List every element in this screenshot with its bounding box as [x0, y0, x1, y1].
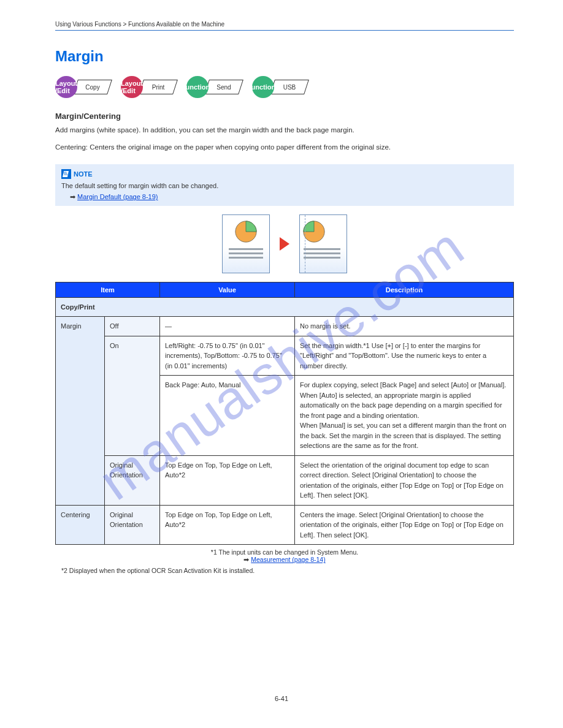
cell-sub: Off: [105, 317, 160, 336]
cell-sub: On: [105, 336, 160, 455]
section-title: Margin: [55, 48, 514, 65]
sub-heading: Margin/Centering: [55, 112, 514, 121]
footnote-1: *1 The input units can be changed in Sys…: [55, 548, 514, 563]
cell-value: —: [160, 317, 295, 336]
cell-value: Left/Right: -0.75 to 0.75" (in 0.01" inc…: [160, 336, 295, 376]
note-box: NOTE The default setting for margin widt…: [55, 164, 514, 206]
description-1: Add margins (white space). In addition, …: [55, 124, 514, 135]
arrow-icon: [280, 237, 289, 251]
cell-desc: Set the margin width.*1 Use [+] or [-] t…: [295, 336, 514, 376]
doc-after-icon: [299, 214, 347, 273]
illustration: [55, 214, 514, 273]
badge-circle: Layout /Edit: [55, 76, 77, 98]
cell-sub: Original Orientation: [105, 505, 160, 545]
badge-send: Functions Send: [186, 76, 241, 98]
table-row: Centering Original Orientation Top Edge …: [56, 505, 514, 545]
divider: [55, 30, 514, 31]
description-2: Centering: Centers the original image on…: [55, 142, 514, 153]
spec-table: Item Value Description Copy/Print Margin…: [55, 282, 514, 545]
table-row: Original Orientation Top Edge on Top, To…: [56, 455, 514, 505]
badge-usb: Functions USB: [252, 76, 307, 98]
cell-sub: Original Orientation: [105, 455, 160, 505]
page-number: 6-41: [0, 695, 563, 702]
badge-label: Print: [141, 80, 175, 94]
note-title: NOTE: [74, 170, 93, 178]
table-row: On Left/Right: -0.75 to 0.75" (in 0.01" …: [56, 336, 514, 376]
doc-before-icon: [222, 214, 270, 273]
cell-desc: Centers the image. Select [Original Orie…: [295, 505, 514, 545]
cell-desc: Select the orientation of the original d…: [295, 455, 514, 505]
cell-item: Margin: [56, 317, 105, 506]
cell-item: Centering: [56, 505, 105, 545]
footnote-2: *2 Displayed when the optional OCR Scan …: [55, 567, 514, 574]
badge-print: Layout /Edit Print: [121, 76, 175, 98]
note-link[interactable]: Margin Default (page 8-19): [77, 193, 158, 200]
sub-header: Copy/Print: [56, 297, 514, 317]
badge-row: Layout /Edit Copy Layout /Edit Print Fun…: [55, 76, 514, 98]
note-text: The default setting for margin width can…: [61, 181, 508, 202]
table-row: Margin Off — No margin is set.: [56, 317, 514, 336]
th-item: Item: [56, 282, 160, 297]
cell-value: Top Edge on Top, Top Edge on Left, Auto*…: [160, 505, 295, 545]
th-desc: Description: [295, 282, 514, 297]
note-icon: [61, 169, 71, 179]
cell-value: Back Page: Auto, Manual: [160, 376, 295, 456]
th-value: Value: [160, 282, 295, 297]
footnote-link[interactable]: Measurement (page 8-14): [251, 556, 325, 563]
badge-label: Copy: [75, 80, 110, 94]
badge-circle: Functions: [186, 76, 209, 98]
cell-desc: No margin is set.: [295, 317, 514, 336]
cell-desc: For duplex copying, select [Back Page] a…: [295, 376, 514, 456]
breadcrumb: Using Various Functions > Functions Avai…: [55, 21, 514, 28]
badge-copy: Layout /Edit Copy: [55, 76, 110, 98]
cell-value: Top Edge on Top, Top Edge on Left, Auto*…: [160, 455, 295, 505]
badge-circle: Layout /Edit: [121, 76, 143, 98]
badge-circle: Functions: [252, 76, 274, 98]
